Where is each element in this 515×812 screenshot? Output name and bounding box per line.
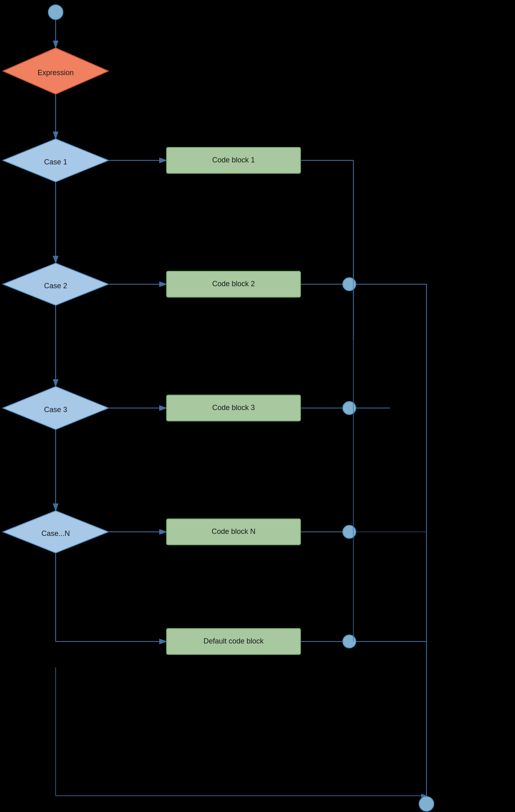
default-label: Default code block [203, 637, 264, 645]
case3-label: Case 3 [44, 406, 67, 414]
case2-label: Case 2 [44, 282, 67, 290]
block1-label: Code block 1 [212, 156, 255, 164]
block3-label: Code block 3 [212, 404, 255, 412]
end-circle [419, 797, 434, 811]
blockN-label: Code block N [212, 527, 255, 536]
connector-circle-3 [343, 402, 356, 415]
connector-circle-default [343, 635, 356, 648]
start-circle [48, 5, 63, 19]
expression-label: Expression [37, 69, 74, 77]
connector-circle-2 [343, 278, 356, 291]
block2-label: Code block 2 [212, 280, 255, 288]
connector-circle-N [343, 525, 356, 538]
caseN-label: Case...N [41, 529, 70, 538]
case1-label: Case 1 [44, 158, 67, 166]
